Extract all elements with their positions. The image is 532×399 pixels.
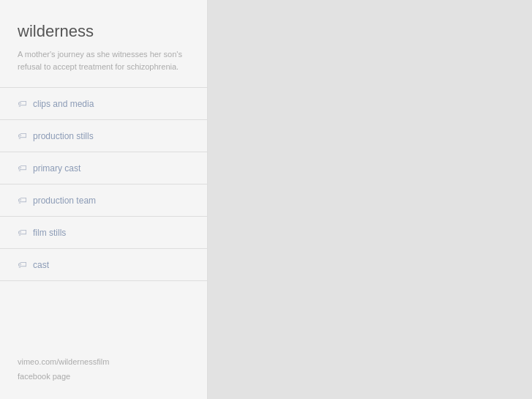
tag-icon: 🏷 — [18, 98, 27, 109]
nav-item: 🏷cast — [0, 249, 207, 281]
nav-item: 🏷primary cast — [0, 152, 207, 184]
nav-link-label: production stills — [33, 131, 94, 141]
nav-link[interactable]: 🏷primary cast — [0, 152, 207, 184]
tag-icon: 🏷 — [18, 227, 27, 238]
tag-icon: 🏷 — [18, 259, 27, 270]
nav-link[interactable]: 🏷film stills — [0, 217, 207, 248]
nav-link-label: production team — [33, 195, 96, 206]
nav-item: 🏷film stills — [0, 217, 207, 249]
main-content — [208, 0, 532, 399]
footer-link[interactable]: vimeo.com/wildernessfilm — [18, 355, 109, 370]
title-section: wilderness A mother's journey as she wit… — [0, 0, 207, 88]
tag-icon: 🏷 — [18, 163, 27, 174]
nav-list: 🏷clips and media🏷production stills🏷prima… — [0, 88, 207, 281]
nav-link[interactable]: 🏷production team — [0, 184, 207, 216]
sidebar-footer: vimeo.com/wildernessfilmfacebook page — [18, 355, 109, 384]
nav-link-label: primary cast — [33, 163, 80, 174]
footer-link[interactable]: facebook page — [18, 370, 109, 384]
sidebar: wilderness A mother's journey as she wit… — [0, 0, 208, 399]
nav-link-label: cast — [33, 260, 49, 270]
nav-link[interactable]: 🏷cast — [0, 249, 207, 280]
blog-title: wilderness — [18, 22, 190, 41]
tag-icon: 🏷 — [18, 195, 27, 206]
nav-link-label: film stills — [33, 228, 66, 238]
nav-item: 🏷production team — [0, 184, 207, 217]
nav-link[interactable]: 🏷production stills — [0, 120, 207, 152]
nav-item: 🏷production stills — [0, 120, 207, 152]
nav-link-label: clips and media — [33, 99, 94, 109]
tag-icon: 🏷 — [18, 130, 27, 141]
nav-item: 🏷clips and media — [0, 88, 207, 120]
blog-description: A mother's journey as she witnesses her … — [18, 48, 190, 72]
nav-link[interactable]: 🏷clips and media — [0, 88, 207, 119]
